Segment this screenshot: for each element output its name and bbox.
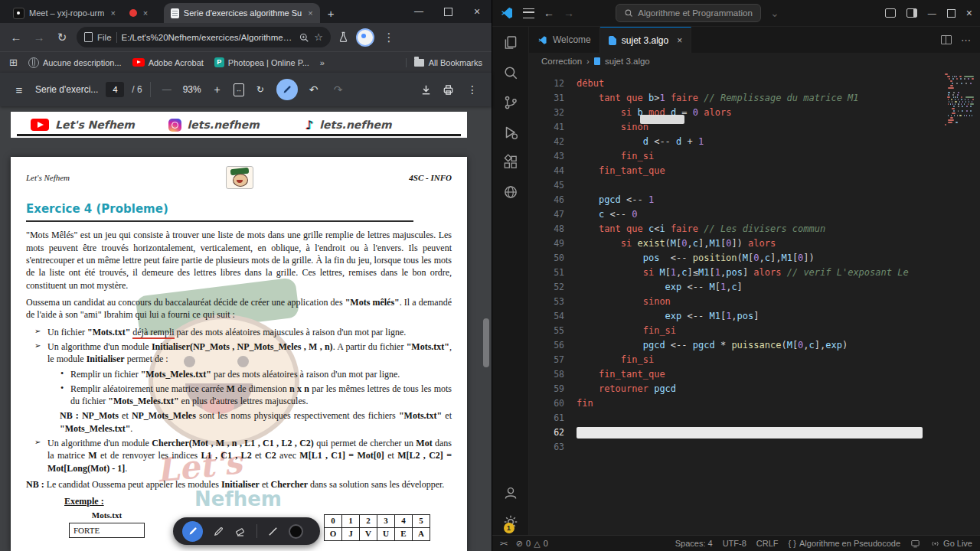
tab-close-icon[interactable]: × — [308, 8, 312, 18]
eraser-tool-icon[interactable] — [234, 525, 247, 537]
apps-grid-icon[interactable]: ⊞ — [9, 57, 18, 68]
bookmark-item-2[interactable]: Adobe Acrobat — [132, 58, 204, 67]
extension-flask-icon[interactable] — [337, 31, 350, 44]
marker-tool-icon[interactable] — [213, 526, 224, 537]
run-debug-icon[interactable] — [502, 124, 519, 141]
bookmark-item-3[interactable]: P Photopea | Online P... — [214, 57, 309, 67]
search-sidebar-icon[interactable] — [502, 64, 519, 81]
zoom-in-button[interactable]: + — [209, 83, 226, 96]
code-line-50[interactable]: 50 pos <-- position(M[0,c],M1[0]) — [529, 251, 980, 266]
editor-actions-more-icon[interactable]: ⋯ — [961, 34, 971, 46]
vscode-close-button[interactable]: × — [966, 7, 972, 19]
eol-indicator[interactable]: CRLF — [756, 539, 779, 548]
redo-button[interactable]: ↷ — [330, 83, 347, 96]
code-line-59[interactable]: 59 retourner pgcd — [529, 382, 980, 396]
fit-page-icon[interactable]: ↔ — [234, 83, 244, 96]
new-tab-button[interactable]: + — [320, 7, 342, 20]
account-icon[interactable] — [502, 484, 519, 501]
line-tool-icon[interactable] — [267, 526, 279, 537]
vscode-maximize-button[interactable] — [947, 9, 956, 18]
undo-button[interactable]: ↶ — [305, 83, 322, 96]
tab-sujet3-active[interactable]: sujet 3.algo × — [600, 27, 691, 53]
all-bookmarks-button[interactable]: All Bookmarks — [406, 58, 482, 67]
code-line-54[interactable]: 54 exp <-- M1[1,pos] — [529, 309, 980, 324]
command-center-search[interactable]: Algorithme et Programmation — [616, 4, 761, 22]
code-line-58[interactable]: 58 fin_tant_que — [529, 367, 980, 382]
go-live-button[interactable]: Go Live — [930, 539, 972, 549]
customize-layout-icon[interactable] — [906, 8, 917, 18]
extensions-icon[interactable] — [502, 154, 519, 171]
breadcrumb[interactable]: Correction › sujet 3.algo — [529, 53, 980, 69]
draw-annotate-button[interactable] — [276, 79, 298, 100]
page-number-input[interactable]: 4 — [106, 82, 124, 97]
minimap[interactable] — [945, 73, 974, 133]
code-line-12[interactable]: 12début — [529, 77, 980, 91]
tab-meet[interactable]: Meet – yxj-ropo-urm × — [6, 3, 122, 23]
encoding-indicator[interactable]: UTF-8 — [723, 539, 746, 548]
code-line-47[interactable]: 47 c <-- 0 — [529, 207, 980, 222]
maximize-button[interactable] — [433, 0, 462, 23]
bookmark-star-icon[interactable]: ☆ — [314, 31, 323, 43]
remote-explorer-icon[interactable] — [502, 184, 519, 201]
chevron-down-icon[interactable]: ⌄ — [770, 7, 779, 19]
code-line-55[interactable]: 55 fin_si — [529, 324, 980, 338]
pen-tool-active[interactable] — [182, 521, 203, 542]
code-line-52[interactable]: 52 exp <-- M[1,c] — [529, 280, 980, 295]
download-icon[interactable] — [420, 83, 433, 96]
zoom-out-button[interactable]: — — [158, 84, 175, 95]
nav-back-icon[interactable]: ← — [544, 7, 554, 19]
rotate-icon[interactable]: ↻ — [252, 84, 269, 95]
code-line-61[interactable]: 61 — [529, 411, 980, 425]
back-button[interactable]: ← — [8, 31, 24, 44]
close-button[interactable]: × — [462, 0, 492, 23]
address-bar[interactable]: File E:/Let's%20Nefhem/exercices/Algorit… — [77, 27, 331, 47]
url-text[interactable]: E:/Let's%20Nefhem/exercices/Algorithme%2… — [122, 33, 295, 42]
source-control-icon[interactable] — [502, 94, 519, 111]
code-line-63[interactable]: 63 — [529, 440, 980, 455]
code-line-56[interactable]: 56 pgcd <-- pgcd * puissance(M[0,c],exp) — [529, 338, 980, 353]
zoom-level[interactable]: 93% — [183, 84, 201, 95]
zoom-icon[interactable] — [299, 32, 309, 43]
profile-avatar[interactable] — [356, 28, 374, 47]
problems-indicator[interactable]: ⊘ 0 △ 0 — [516, 539, 548, 549]
code-line-42[interactable]: 42 d <-- d + 1 — [529, 135, 980, 149]
code-line-43[interactable]: 43 fin_si — [529, 149, 980, 164]
language-mode[interactable]: { } Algorithme en Pseudocode — [789, 539, 901, 548]
explorer-icon[interactable] — [502, 34, 519, 51]
code-line-44[interactable]: 44 fin_tant_que — [529, 164, 980, 178]
code-line-48[interactable]: 48 tant que c<i faire // Les divisers co… — [529, 222, 980, 236]
code-editor[interactable]: 12début31 tant que b>1 faire // Rempliss… — [529, 69, 980, 535]
code-line-45[interactable]: 45 — [529, 178, 980, 193]
reload-button[interactable]: ↻ — [54, 31, 70, 44]
breadcrumb-folder[interactable]: Correction — [541, 57, 582, 66]
print-icon[interactable] — [442, 83, 455, 96]
tab-welcome[interactable]: Welcome — [529, 27, 600, 53]
code-line-53[interactable]: 53 sinon — [529, 295, 980, 309]
remote-indicator-icon[interactable]: >< — [500, 540, 507, 547]
tab-close-icon[interactable]: × — [677, 35, 682, 46]
code-line-57[interactable]: 57 fin_si — [529, 353, 980, 367]
toggle-panel-icon[interactable] — [885, 8, 896, 18]
code-line-41[interactable]: 41 sinon — [529, 120, 980, 135]
code-line-51[interactable]: 51 si M[1,c]≤M1[1,pos] alors // verif L'… — [529, 266, 980, 280]
code-line-31[interactable]: 31 tant que b>1 faire // Remplissage du … — [529, 91, 980, 106]
pdf-menu-icon[interactable]: ≡ — [11, 83, 28, 96]
code-line-46[interactable]: 46 pgcd <-- 1 — [529, 193, 980, 207]
tab-close-icon[interactable]: × — [110, 8, 115, 18]
pdf-scrollbar-thumb[interactable] — [483, 318, 489, 367]
cast-icon[interactable] — [910, 539, 920, 549]
breadcrumb-file[interactable]: sujet 3.algo — [605, 57, 650, 66]
tab-pdf-active[interactable]: Serie d'exercices algorithme Su × — [164, 3, 320, 23]
bookmarks-overflow-icon[interactable]: » — [320, 58, 325, 67]
menu-icon[interactable] — [523, 8, 534, 18]
tab-recording[interactable]: × — [122, 3, 164, 23]
pdf-more-icon[interactable]: ⋮ — [464, 83, 481, 96]
minimize-button[interactable]: — — [404, 0, 433, 23]
code-line-60[interactable]: 60fin — [529, 396, 980, 411]
indentation-indicator[interactable]: Spaces: 4 — [675, 539, 713, 548]
nav-forward-icon[interactable]: → — [564, 7, 574, 19]
color-swatch-black[interactable] — [289, 524, 303, 539]
pdf-canvas[interactable]: Let's Nefhem lets.nefhem ♪ lets.nefhem L… — [0, 106, 492, 551]
split-editor-icon[interactable] — [941, 35, 952, 44]
forward-button[interactable]: → — [31, 31, 47, 44]
